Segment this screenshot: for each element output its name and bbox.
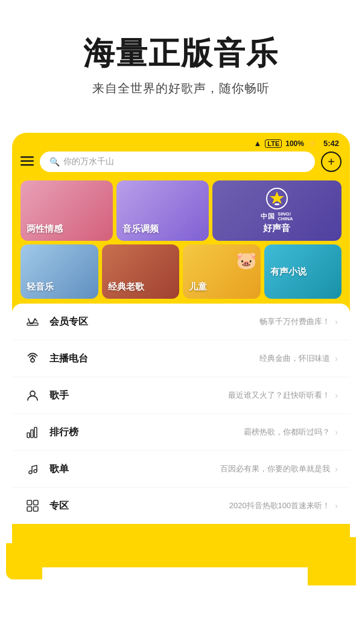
singing-star-icon	[266, 188, 288, 209]
deco-right	[308, 537, 356, 585]
svg-rect-10	[27, 433, 30, 438]
search-icon: 🔍	[49, 157, 60, 167]
cat-yinyuetiaoping[interactable]: 音乐调频	[116, 180, 209, 241]
cat-zhongguo[interactable]: 中国 SING! CHINA 好声音	[212, 180, 341, 241]
svg-rect-11	[31, 430, 33, 438]
singing-china-label: 中国	[261, 212, 275, 221]
zone-desc: 2020抖音热歌100首速来听！	[98, 500, 330, 511]
menu-list: 会员专区 畅享千万付费曲库！ › 主播电台 经典金曲，怀旧味道 ›	[12, 304, 350, 524]
svg-marker-4	[270, 191, 284, 204]
add-button[interactable]: +	[321, 151, 341, 172]
category-row-2: 轻音乐 经典老歌 儿童 🐷 有声小说	[21, 244, 341, 299]
signal-icon: ▲	[253, 139, 261, 148]
playlist-icon	[24, 461, 41, 477]
promo-subtitle: 来自全世界的好歌声，随你畅听	[24, 80, 338, 97]
cat-qingyinyue[interactable]: 轻音乐	[21, 244, 98, 299]
vip-label: 会员专区	[49, 316, 98, 328]
cat-label-youshengxiaoshuo: 有声小说	[270, 266, 306, 278]
cat-liangsexingqing[interactable]: 两性情感	[21, 180, 113, 241]
playlist-desc: 百因必有果，你要的歌单就是我	[98, 464, 330, 474]
lte-badge: LTE	[265, 139, 282, 148]
radio-label: 主播电台	[49, 352, 98, 365]
chart-label: 排行榜	[49, 426, 98, 439]
app-card: ▲ LTE 100% ⚡ 5:42 🔍 你的万水千山 + 两性情感	[12, 133, 350, 567]
zone-icon	[24, 497, 41, 514]
singing-haoshengyin: 好声音	[263, 223, 290, 234]
status-bar: ▲ LTE 100% ⚡ 5:42	[12, 133, 350, 151]
singer-icon	[24, 387, 41, 404]
svg-point-7	[31, 359, 34, 362]
playlist-arrow: ›	[335, 464, 338, 474]
plus-icon: +	[328, 156, 335, 168]
menu-item-vip[interactable]: 会员专区 畅享千万付费曲库！ ›	[12, 304, 350, 340]
cat-label-jingdianlaoge: 经典老歌	[108, 281, 144, 293]
singer-label: 歌手	[49, 389, 98, 402]
zone-label: 专区	[49, 500, 98, 512]
search-bar[interactable]: 🔍 你的万水千山	[40, 151, 315, 172]
cat-label-qingyinyue: 轻音乐	[27, 281, 54, 293]
svg-rect-14	[34, 500, 39, 505]
pig-icon: 🐷	[236, 250, 257, 270]
vip-icon	[24, 313, 41, 330]
chart-arrow: ›	[335, 427, 338, 437]
svg-rect-1	[21, 160, 34, 162]
svg-rect-12	[34, 427, 37, 438]
menu-item-singer[interactable]: 歌手 最近谁又火了？赶快听听看！ ›	[12, 377, 350, 414]
menu-item-playlist[interactable]: 歌单 百因必有果，你要的歌单就是我 ›	[12, 451, 350, 488]
radio-desc: 经典金曲，怀旧味道	[98, 353, 330, 364]
battery-pct: 100%	[285, 139, 304, 148]
radio-icon	[24, 350, 41, 367]
menu-button[interactable]	[21, 155, 34, 169]
vip-desc: 畅享千万付费曲库！	[98, 316, 330, 327]
menu-item-radio[interactable]: 主播电台 经典金曲，怀旧味道 ›	[12, 340, 350, 377]
svg-rect-15	[27, 507, 32, 512]
svg-rect-13	[27, 500, 32, 505]
search-placeholder: 你的万水千山	[63, 156, 114, 167]
singing-china-en2: CHINA	[278, 217, 293, 222]
zone-arrow: ›	[335, 501, 338, 511]
time-display: 5:42	[323, 139, 339, 148]
svg-rect-5	[275, 203, 279, 205]
deco-left	[6, 543, 42, 579]
categories-section: 两性情感 音乐调频 中国	[12, 180, 350, 304]
promo-section: 海量正版音乐 来自全世界的好歌声，随你畅听	[0, 0, 362, 121]
vip-arrow: ›	[335, 317, 338, 327]
chart-icon	[24, 424, 41, 441]
svg-rect-16	[34, 507, 39, 512]
svg-rect-6	[27, 323, 38, 325]
menu-item-zone[interactable]: 专区 2020抖音热歌100首速来听！ ›	[12, 488, 350, 524]
menu-item-chart[interactable]: 排行榜 霸榜热歌，你都听过吗？ ›	[12, 414, 350, 451]
svg-rect-2	[21, 164, 34, 166]
playlist-label: 歌单	[49, 463, 98, 476]
radio-arrow: ›	[335, 354, 338, 363]
chart-desc: 霸榜热歌，你都听过吗？	[98, 427, 330, 438]
promo-title: 海量正版音乐	[24, 36, 338, 71]
search-area: 🔍 你的万水千山 +	[12, 151, 350, 180]
svg-rect-0	[21, 156, 34, 158]
cat-label-yinyuetiaoping: 音乐调频	[122, 223, 159, 235]
category-row-1: 两性情感 音乐调频 中国	[21, 180, 341, 241]
cat-label-liangsexingqing: 两性情感	[27, 223, 63, 235]
cat-youshengxiaoshuo[interactable]: 有声小说	[264, 244, 342, 299]
battery-icon: ⚡	[308, 139, 317, 148]
cat-ertong[interactable]: 儿童 🐷	[183, 244, 261, 299]
cat-label-ertong: 儿童	[189, 281, 207, 293]
singer-desc: 最近谁又火了？赶快听听看！	[98, 390, 330, 401]
cat-jingdianlaoge[interactable]: 经典老歌	[102, 244, 180, 299]
singer-arrow: ›	[335, 391, 338, 400]
svg-point-9	[30, 391, 35, 396]
